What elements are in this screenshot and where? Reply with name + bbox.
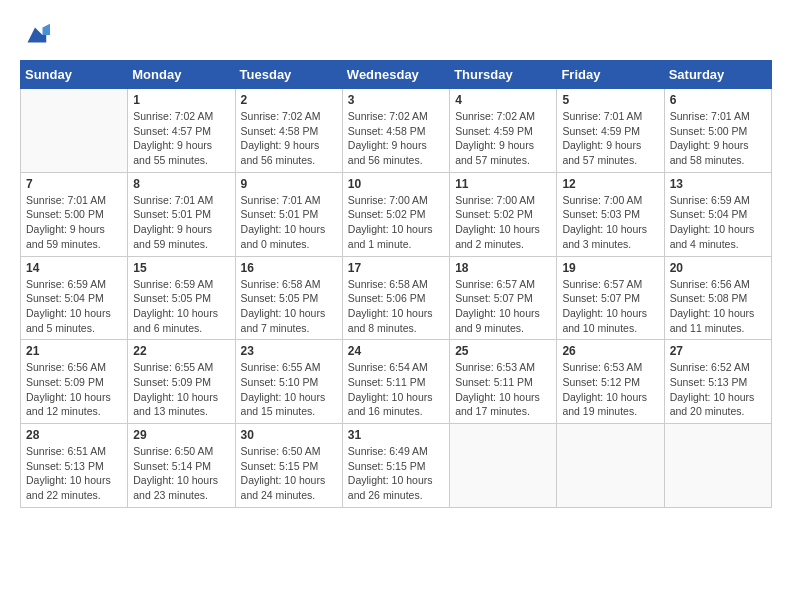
day-number: 8 xyxy=(133,177,229,191)
day-info: Sunrise: 6:59 AM Sunset: 5:04 PM Dayligh… xyxy=(670,193,766,252)
day-info: Sunrise: 6:59 AM Sunset: 5:05 PM Dayligh… xyxy=(133,277,229,336)
calendar-cell: 20Sunrise: 6:56 AM Sunset: 5:08 PM Dayli… xyxy=(664,256,771,340)
day-number: 13 xyxy=(670,177,766,191)
day-number: 28 xyxy=(26,428,122,442)
day-number: 4 xyxy=(455,93,551,107)
day-number: 18 xyxy=(455,261,551,275)
day-number: 10 xyxy=(348,177,444,191)
day-info: Sunrise: 6:51 AM Sunset: 5:13 PM Dayligh… xyxy=(26,444,122,503)
calendar-cell: 29Sunrise: 6:50 AM Sunset: 5:14 PM Dayli… xyxy=(128,424,235,508)
calendar-cell: 4Sunrise: 7:02 AM Sunset: 4:59 PM Daylig… xyxy=(450,89,557,173)
day-number: 25 xyxy=(455,344,551,358)
calendar-cell xyxy=(664,424,771,508)
calendar-cell: 7Sunrise: 7:01 AM Sunset: 5:00 PM Daylig… xyxy=(21,172,128,256)
calendar-cell: 21Sunrise: 6:56 AM Sunset: 5:09 PM Dayli… xyxy=(21,340,128,424)
day-number: 16 xyxy=(241,261,337,275)
day-number: 26 xyxy=(562,344,658,358)
logo-icon xyxy=(20,20,50,50)
day-number: 11 xyxy=(455,177,551,191)
header-friday: Friday xyxy=(557,61,664,89)
calendar-table: SundayMondayTuesdayWednesdayThursdayFrid… xyxy=(20,60,772,508)
day-number: 24 xyxy=(348,344,444,358)
calendar-cell: 28Sunrise: 6:51 AM Sunset: 5:13 PM Dayli… xyxy=(21,424,128,508)
calendar-cell xyxy=(450,424,557,508)
day-info: Sunrise: 7:01 AM Sunset: 5:00 PM Dayligh… xyxy=(26,193,122,252)
calendar-cell: 24Sunrise: 6:54 AM Sunset: 5:11 PM Dayli… xyxy=(342,340,449,424)
calendar-cell: 11Sunrise: 7:00 AM Sunset: 5:02 PM Dayli… xyxy=(450,172,557,256)
day-info: Sunrise: 6:53 AM Sunset: 5:12 PM Dayligh… xyxy=(562,360,658,419)
calendar-header-row: SundayMondayTuesdayWednesdayThursdayFrid… xyxy=(21,61,772,89)
day-number: 6 xyxy=(670,93,766,107)
calendar-cell: 16Sunrise: 6:58 AM Sunset: 5:05 PM Dayli… xyxy=(235,256,342,340)
day-info: Sunrise: 6:57 AM Sunset: 5:07 PM Dayligh… xyxy=(455,277,551,336)
day-number: 20 xyxy=(670,261,766,275)
day-info: Sunrise: 6:59 AM Sunset: 5:04 PM Dayligh… xyxy=(26,277,122,336)
calendar-cell xyxy=(21,89,128,173)
day-info: Sunrise: 6:52 AM Sunset: 5:13 PM Dayligh… xyxy=(670,360,766,419)
calendar-cell: 22Sunrise: 6:55 AM Sunset: 5:09 PM Dayli… xyxy=(128,340,235,424)
day-info: Sunrise: 7:02 AM Sunset: 4:59 PM Dayligh… xyxy=(455,109,551,168)
day-info: Sunrise: 7:00 AM Sunset: 5:03 PM Dayligh… xyxy=(562,193,658,252)
header-thursday: Thursday xyxy=(450,61,557,89)
day-info: Sunrise: 6:58 AM Sunset: 5:05 PM Dayligh… xyxy=(241,277,337,336)
calendar-week-3: 14Sunrise: 6:59 AM Sunset: 5:04 PM Dayli… xyxy=(21,256,772,340)
day-info: Sunrise: 6:55 AM Sunset: 5:10 PM Dayligh… xyxy=(241,360,337,419)
day-number: 23 xyxy=(241,344,337,358)
day-number: 5 xyxy=(562,93,658,107)
day-info: Sunrise: 6:50 AM Sunset: 5:15 PM Dayligh… xyxy=(241,444,337,503)
day-number: 1 xyxy=(133,93,229,107)
calendar-cell: 3Sunrise: 7:02 AM Sunset: 4:58 PM Daylig… xyxy=(342,89,449,173)
day-info: Sunrise: 7:02 AM Sunset: 4:58 PM Dayligh… xyxy=(348,109,444,168)
calendar-cell: 10Sunrise: 7:00 AM Sunset: 5:02 PM Dayli… xyxy=(342,172,449,256)
calendar-cell: 15Sunrise: 6:59 AM Sunset: 5:05 PM Dayli… xyxy=(128,256,235,340)
day-info: Sunrise: 6:50 AM Sunset: 5:14 PM Dayligh… xyxy=(133,444,229,503)
day-number: 17 xyxy=(348,261,444,275)
calendar-cell: 31Sunrise: 6:49 AM Sunset: 5:15 PM Dayli… xyxy=(342,424,449,508)
calendar-cell: 5Sunrise: 7:01 AM Sunset: 4:59 PM Daylig… xyxy=(557,89,664,173)
calendar-cell: 23Sunrise: 6:55 AM Sunset: 5:10 PM Dayli… xyxy=(235,340,342,424)
logo xyxy=(20,20,54,50)
day-info: Sunrise: 7:01 AM Sunset: 5:00 PM Dayligh… xyxy=(670,109,766,168)
calendar-cell: 14Sunrise: 6:59 AM Sunset: 5:04 PM Dayli… xyxy=(21,256,128,340)
calendar-cell: 19Sunrise: 6:57 AM Sunset: 5:07 PM Dayli… xyxy=(557,256,664,340)
day-number: 9 xyxy=(241,177,337,191)
day-number: 2 xyxy=(241,93,337,107)
day-info: Sunrise: 6:56 AM Sunset: 5:09 PM Dayligh… xyxy=(26,360,122,419)
header-wednesday: Wednesday xyxy=(342,61,449,89)
day-info: Sunrise: 7:02 AM Sunset: 4:58 PM Dayligh… xyxy=(241,109,337,168)
day-number: 14 xyxy=(26,261,122,275)
day-number: 21 xyxy=(26,344,122,358)
day-number: 19 xyxy=(562,261,658,275)
calendar-cell: 13Sunrise: 6:59 AM Sunset: 5:04 PM Dayli… xyxy=(664,172,771,256)
day-number: 31 xyxy=(348,428,444,442)
day-number: 30 xyxy=(241,428,337,442)
header-sunday: Sunday xyxy=(21,61,128,89)
day-info: Sunrise: 7:01 AM Sunset: 5:01 PM Dayligh… xyxy=(241,193,337,252)
calendar-cell: 8Sunrise: 7:01 AM Sunset: 5:01 PM Daylig… xyxy=(128,172,235,256)
header-monday: Monday xyxy=(128,61,235,89)
calendar-cell: 2Sunrise: 7:02 AM Sunset: 4:58 PM Daylig… xyxy=(235,89,342,173)
day-info: Sunrise: 7:00 AM Sunset: 5:02 PM Dayligh… xyxy=(455,193,551,252)
calendar-cell xyxy=(557,424,664,508)
calendar-week-1: 1Sunrise: 7:02 AM Sunset: 4:57 PM Daylig… xyxy=(21,89,772,173)
header-saturday: Saturday xyxy=(664,61,771,89)
day-info: Sunrise: 6:58 AM Sunset: 5:06 PM Dayligh… xyxy=(348,277,444,336)
day-info: Sunrise: 6:49 AM Sunset: 5:15 PM Dayligh… xyxy=(348,444,444,503)
calendar-cell: 26Sunrise: 6:53 AM Sunset: 5:12 PM Dayli… xyxy=(557,340,664,424)
day-number: 15 xyxy=(133,261,229,275)
calendar-cell: 27Sunrise: 6:52 AM Sunset: 5:13 PM Dayli… xyxy=(664,340,771,424)
calendar-week-5: 28Sunrise: 6:51 AM Sunset: 5:13 PM Dayli… xyxy=(21,424,772,508)
day-info: Sunrise: 6:54 AM Sunset: 5:11 PM Dayligh… xyxy=(348,360,444,419)
calendar-cell: 6Sunrise: 7:01 AM Sunset: 5:00 PM Daylig… xyxy=(664,89,771,173)
calendar-cell: 17Sunrise: 6:58 AM Sunset: 5:06 PM Dayli… xyxy=(342,256,449,340)
day-info: Sunrise: 6:53 AM Sunset: 5:11 PM Dayligh… xyxy=(455,360,551,419)
calendar-cell: 25Sunrise: 6:53 AM Sunset: 5:11 PM Dayli… xyxy=(450,340,557,424)
calendar-cell: 12Sunrise: 7:00 AM Sunset: 5:03 PM Dayli… xyxy=(557,172,664,256)
day-number: 22 xyxy=(133,344,229,358)
day-info: Sunrise: 7:01 AM Sunset: 5:01 PM Dayligh… xyxy=(133,193,229,252)
calendar-week-2: 7Sunrise: 7:01 AM Sunset: 5:00 PM Daylig… xyxy=(21,172,772,256)
calendar-cell: 9Sunrise: 7:01 AM Sunset: 5:01 PM Daylig… xyxy=(235,172,342,256)
day-info: Sunrise: 7:01 AM Sunset: 4:59 PM Dayligh… xyxy=(562,109,658,168)
day-info: Sunrise: 7:00 AM Sunset: 5:02 PM Dayligh… xyxy=(348,193,444,252)
page-header xyxy=(20,20,772,50)
